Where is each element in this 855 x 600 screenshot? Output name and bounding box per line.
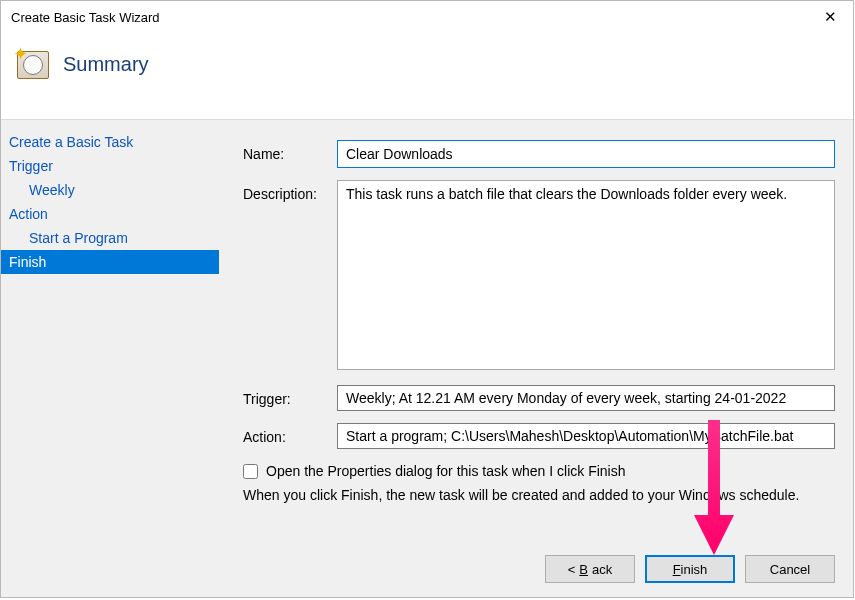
titlebar: Create Basic Task Wizard ✕ (1, 1, 853, 33)
wizard-header: ✦ Summary (1, 33, 853, 119)
window-title: Create Basic Task Wizard (11, 10, 807, 25)
finish-note: When you click Finish, the new task will… (243, 487, 835, 503)
name-label: Name: (243, 140, 337, 162)
action-label: Action: (243, 423, 337, 445)
action-row: Action: (243, 423, 835, 449)
close-icon[interactable]: ✕ (807, 1, 853, 33)
description-row: Description: (243, 180, 835, 373)
name-input[interactable] (337, 140, 835, 168)
open-properties-label: Open the Properties dialog for this task… (266, 463, 626, 479)
wizard-window: Create Basic Task Wizard ✕ ✦ Summary Cre… (0, 0, 854, 598)
name-row: Name: (243, 140, 835, 168)
step-finish: Finish (1, 250, 219, 274)
step-sidebar: Create a Basic Task Trigger Weekly Actio… (1, 120, 219, 597)
action-value (337, 423, 835, 449)
finish-button[interactable]: Finish (645, 555, 735, 583)
open-properties-checkbox[interactable] (243, 464, 258, 479)
task-scheduler-icon: ✦ (15, 47, 51, 83)
open-properties-row: Open the Properties dialog for this task… (243, 463, 835, 479)
step-create-basic-task[interactable]: Create a Basic Task (1, 130, 219, 154)
button-bar: < Back Finish Cancel (545, 555, 835, 583)
cancel-button[interactable]: Cancel (745, 555, 835, 583)
step-weekly[interactable]: Weekly (1, 178, 219, 202)
step-trigger[interactable]: Trigger (1, 154, 219, 178)
step-action[interactable]: Action (1, 202, 219, 226)
trigger-label: Trigger: (243, 385, 337, 407)
step-start-program[interactable]: Start a Program (1, 226, 219, 250)
back-button[interactable]: < Back (545, 555, 635, 583)
page-title: Summary (63, 53, 149, 76)
content-area: Create a Basic Task Trigger Weekly Actio… (1, 120, 853, 597)
trigger-row: Trigger: (243, 385, 835, 411)
description-input[interactable] (337, 180, 835, 370)
trigger-value (337, 385, 835, 411)
main-panel: Name: Description: Trigger: Action: (219, 120, 853, 597)
description-label: Description: (243, 180, 337, 202)
